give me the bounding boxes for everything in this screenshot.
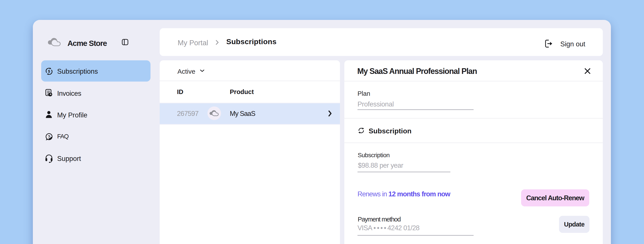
svg-text:?: ? bbox=[48, 134, 50, 139]
svg-text:$: $ bbox=[48, 69, 50, 73]
